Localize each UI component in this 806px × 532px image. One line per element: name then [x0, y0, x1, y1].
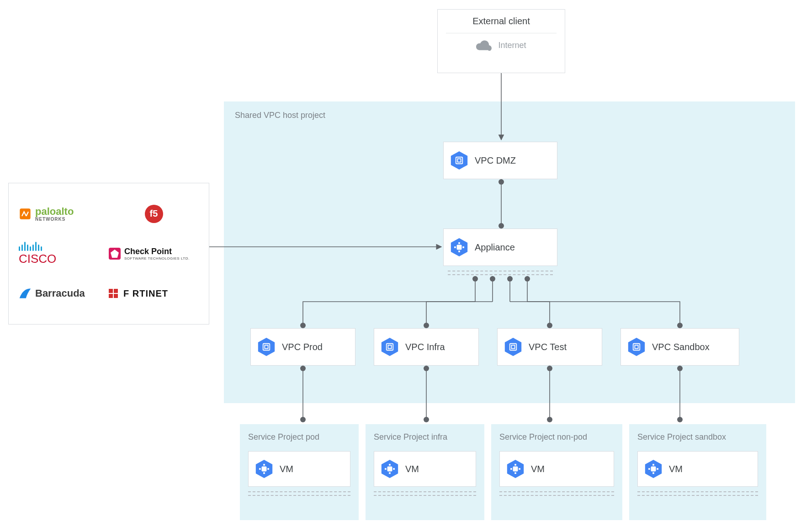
vendor-barracuda: Barracuda — [19, 287, 85, 299]
compute-hex-icon — [644, 459, 663, 479]
node-vpc-sandbox-label: VPC Sandbox — [652, 342, 710, 352]
vm-infra-label: VM — [405, 464, 419, 474]
service-project-sandbox-label: Service Project sandbox — [637, 432, 758, 442]
svg-rect-6 — [458, 242, 460, 244]
svg-rect-42 — [652, 464, 654, 466]
vendor-paloalto-sub: NETWORKS — [35, 217, 74, 222]
vm-pod-label: VM — [280, 464, 293, 474]
checkpoint-icon — [109, 248, 121, 260]
svg-marker-19 — [628, 338, 645, 356]
vm-infra: VM — [374, 451, 476, 487]
svg-rect-25 — [263, 472, 265, 474]
svg-rect-44 — [648, 468, 650, 470]
fortinet-icon — [109, 289, 118, 298]
service-project-pod-label: Service Project pod — [248, 432, 350, 442]
f5-badge-icon: f5 — [145, 205, 163, 223]
vm-pod-dashes — [248, 491, 350, 496]
svg-rect-41 — [651, 467, 656, 472]
vendor-appliances-box: paloalto NETWORKS f5 CISCO Check Point S… — [8, 183, 209, 325]
svg-rect-38 — [510, 468, 512, 470]
svg-rect-31 — [389, 472, 391, 474]
vm-sandbox: VM — [637, 451, 758, 487]
svg-rect-27 — [267, 468, 269, 470]
svg-rect-45 — [657, 468, 658, 470]
vm-sandbox-label: VM — [669, 464, 683, 474]
svg-rect-33 — [393, 468, 395, 470]
node-vpc-prod: VPC Prod — [250, 328, 355, 366]
svg-rect-29 — [387, 467, 392, 472]
service-project-infra: Service Project infra VM — [366, 424, 484, 520]
vendor-f5: f5 — [145, 205, 163, 223]
vendor-checkpoint: Check Point SOFTWARE TECHNOLOGIES LTD. — [109, 247, 190, 261]
svg-rect-23 — [262, 467, 267, 472]
vendor-barracuda-label: Barracuda — [35, 287, 85, 299]
vm-sandbox-dashes — [637, 491, 758, 496]
service-project-infra-label: Service Project infra — [374, 432, 476, 442]
node-vpc-dmz-label: VPC DMZ — [475, 155, 516, 166]
svg-rect-30 — [389, 464, 391, 466]
svg-rect-24 — [263, 464, 265, 466]
svg-rect-35 — [513, 467, 518, 472]
svg-rect-7 — [458, 250, 460, 252]
vm-nonpod-label: VM — [531, 464, 545, 474]
vpc-hex-icon — [381, 337, 399, 357]
node-vpc-infra-label: VPC Infra — [405, 342, 445, 352]
node-vpc-test: VPC Test — [497, 328, 602, 366]
vendor-checkpoint-sub: SOFTWARE TECHNOLOGIES LTD. — [124, 256, 190, 261]
svg-rect-37 — [514, 472, 516, 474]
svg-rect-5 — [457, 245, 462, 250]
vm-nonpod-dashes — [499, 491, 614, 496]
compute-hex-icon — [450, 237, 468, 257]
vm-nonpod: VM — [499, 451, 614, 487]
vendor-cisco-label: CISCO — [19, 252, 56, 266]
node-vpc-prod-label: VPC Prod — [282, 342, 323, 352]
shared-vpc-label: Shared VPC host project — [235, 111, 784, 120]
svg-point-68 — [547, 417, 552, 422]
node-appliance: Appliance — [443, 229, 557, 266]
barracuda-fin-icon — [19, 287, 32, 299]
node-appliance-label: Appliance — [475, 242, 515, 253]
svg-rect-39 — [519, 468, 520, 470]
svg-rect-36 — [514, 464, 516, 466]
service-project-nonpod-label: Service Project non-pod — [499, 432, 614, 442]
svg-marker-1 — [451, 151, 467, 170]
svg-point-65 — [424, 417, 429, 422]
vendor-fortinet-label: F RTINET — [123, 288, 168, 299]
internet-row: Internet — [446, 40, 557, 51]
cloud-icon — [476, 40, 492, 51]
vendor-checkpoint-label: Check Point — [124, 247, 172, 256]
service-project-pod: Service Project pod VM — [240, 424, 359, 520]
node-vpc-test-label: VPC Test — [529, 342, 567, 352]
external-client-title: External client — [446, 16, 557, 33]
vm-pod: VM — [248, 451, 350, 487]
vm-infra-dashes — [374, 491, 476, 496]
svg-marker-10 — [258, 338, 275, 356]
node-vpc-sandbox: VPC Sandbox — [620, 328, 739, 366]
svg-rect-32 — [385, 468, 387, 470]
svg-marker-13 — [382, 338, 398, 356]
vpc-hex-icon — [504, 337, 522, 357]
svg-rect-8 — [454, 246, 456, 248]
service-project-nonpod: Service Project non-pod VM — [491, 424, 622, 520]
compute-hex-icon — [506, 459, 525, 479]
service-project-sandbox: Service Project sandbox VM — [629, 424, 766, 520]
svg-point-62 — [300, 417, 306, 422]
cisco-bars-icon — [19, 241, 42, 251]
svg-rect-43 — [652, 472, 654, 474]
vpc-hex-icon — [450, 150, 468, 170]
compute-hex-icon — [381, 459, 399, 479]
compute-hex-icon — [255, 459, 273, 479]
vendor-cisco: CISCO — [19, 241, 56, 266]
node-vpc-infra: VPC Infra — [374, 328, 479, 366]
vendor-paloalto-label: paloalto — [35, 206, 74, 217]
svg-point-71 — [677, 417, 683, 422]
svg-marker-16 — [505, 338, 521, 356]
vpc-hex-icon — [627, 337, 646, 357]
vendor-fortinet: F RTINET — [109, 288, 168, 299]
external-client-box: External client Internet — [437, 9, 565, 73]
internet-label: Internet — [498, 41, 526, 50]
vendor-paloalto: paloalto NETWORKS — [19, 206, 74, 222]
svg-rect-26 — [259, 468, 261, 470]
node-vpc-dmz: VPC DMZ — [443, 142, 557, 179]
vpc-hex-icon — [257, 337, 276, 357]
